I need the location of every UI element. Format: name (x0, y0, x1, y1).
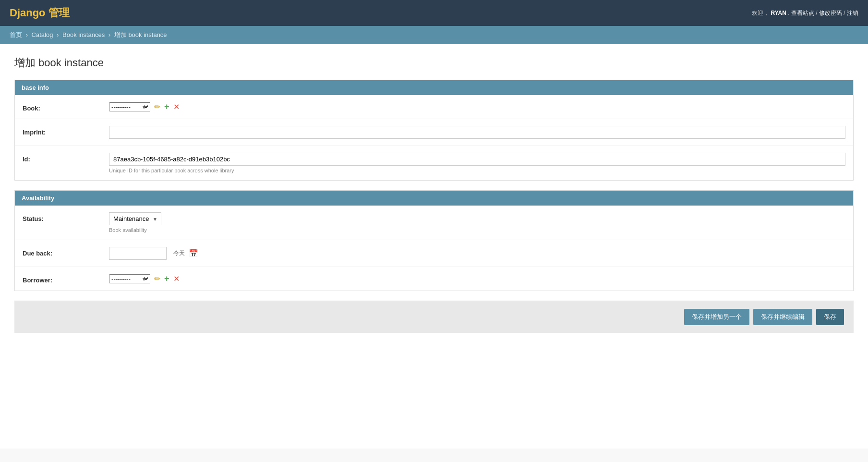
borrower-field: --------- ✏ + ✕ (109, 274, 845, 284)
user-info: 欢迎， RYAN . 查看站点 / 修改密码 / 注销 (752, 9, 858, 17)
id-field-row: Id: Unique ID for this particular book a… (15, 146, 853, 180)
status-label: Status: (23, 212, 109, 222)
book-field: --------- ✏ + ✕ (109, 102, 845, 112)
base-info-section: base info Book: --------- ✏ + ✕ (14, 80, 854, 181)
status-field-row: Status: Maintenance Available On loan Re… (15, 206, 853, 240)
book-select[interactable]: --------- (109, 102, 150, 111)
welcome-text: 欢迎， (752, 10, 769, 16)
breadcrumb-catalog[interactable]: Catalog (32, 31, 53, 38)
action-bar: 保存并增加另一个 保存并继续编辑 保存 (14, 301, 854, 333)
status-field: Maintenance Available On loan Reserved B… (109, 212, 845, 233)
save-add-another-button[interactable]: 保存并增加另一个 (684, 309, 749, 325)
today-link[interactable]: 今天 (173, 249, 185, 257)
imprint-input[interactable] (109, 126, 845, 139)
calendar-icon[interactable]: 📅 (189, 249, 198, 258)
base-info-body: Book: --------- ✏ + ✕ (15, 95, 853, 180)
change-password-link[interactable]: 修改密码 (819, 10, 842, 16)
save-button[interactable]: 保存 (816, 309, 844, 325)
username: RYAN (771, 10, 786, 16)
main-content: 增加 book instance base info Book: -------… (0, 44, 868, 449)
view-site-link[interactable]: 查看站点 (791, 10, 814, 16)
id-input[interactable] (109, 153, 845, 166)
availability-body: Status: Maintenance Available On loan Re… (15, 206, 853, 291)
borrower-delete-icon[interactable]: ✕ (173, 274, 180, 283)
breadcrumb-home[interactable]: 首页 (10, 31, 22, 38)
borrower-add-icon[interactable]: + (164, 274, 169, 284)
borrower-select[interactable]: --------- (109, 274, 150, 283)
logout-link[interactable]: 注销 (847, 10, 858, 16)
site-title: Django 管理 (10, 6, 70, 20)
page-title: 增加 book instance (14, 56, 854, 70)
id-help-text: Unique ID for this particular book acros… (109, 168, 845, 173)
book-add-icon[interactable]: + (164, 102, 169, 112)
id-field: Unique ID for this particular book acros… (109, 153, 845, 173)
due-back-field: 今天 📅 (109, 247, 845, 260)
availability-section: Availability Status: Maintenance Availab… (14, 190, 854, 291)
borrower-select-wrapper: --------- (109, 274, 150, 283)
book-edit-icon[interactable]: ✏ (154, 102, 160, 111)
base-info-header: base info (15, 80, 853, 95)
save-continue-button[interactable]: 保存并继续编辑 (753, 309, 812, 325)
book-label: Book: (23, 102, 109, 112)
header: Django 管理 欢迎， RYAN . 查看站点 / 修改密码 / 注销 (0, 0, 868, 26)
imprint-field-row: Imprint: (15, 119, 853, 146)
book-select-wrapper: --------- (109, 102, 150, 111)
status-help-text: Book availability (109, 227, 845, 233)
book-delete-icon[interactable]: ✕ (173, 102, 180, 111)
borrower-field-row: Borrower: --------- ✏ + ✕ (15, 267, 853, 291)
status-select-wrapper: Maintenance Available On loan Reserved (109, 212, 161, 225)
id-label: Id: (23, 153, 109, 163)
status-select[interactable]: Maintenance Available On loan Reserved (109, 212, 161, 225)
breadcrumb-current: 增加 book instance (114, 31, 167, 38)
due-back-label: Due back: (23, 247, 109, 257)
due-back-field-row: Due back: 今天 📅 (15, 240, 853, 267)
availability-header: Availability (15, 191, 853, 206)
borrower-label: Borrower: (23, 274, 109, 284)
borrower-edit-icon[interactable]: ✏ (154, 274, 160, 283)
due-back-input[interactable] (109, 247, 167, 260)
book-field-row: Book: --------- ✏ + ✕ (15, 95, 853, 119)
breadcrumb: 首页 › Catalog › Book instances › 增加 book … (0, 26, 868, 44)
imprint-label: Imprint: (23, 126, 109, 136)
imprint-field (109, 126, 845, 139)
breadcrumb-book-instances[interactable]: Book instances (62, 31, 105, 38)
